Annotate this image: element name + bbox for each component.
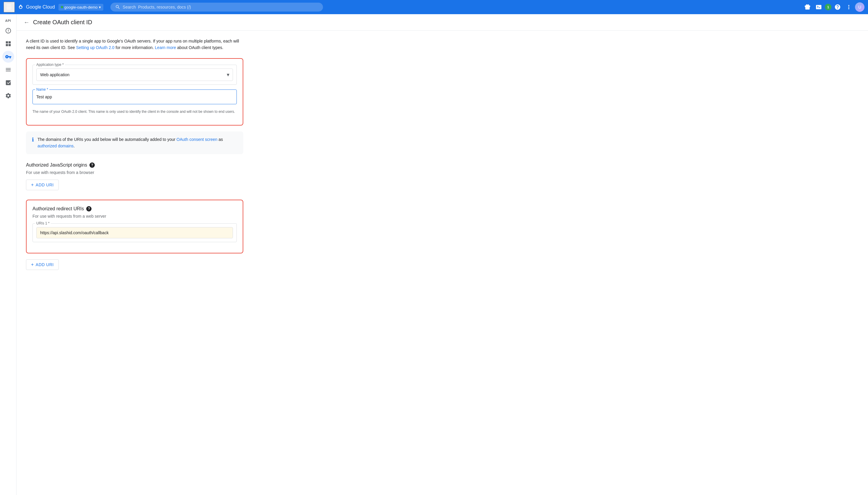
uri-input-group: URIs 1 *: [33, 223, 237, 242]
form-card: Application type * Web application Andro…: [26, 58, 243, 125]
js-origins-help-icon[interactable]: ?: [89, 163, 95, 168]
add-uri-plus-icon-redirect: +: [31, 262, 34, 267]
name-label: Name *: [35, 87, 49, 91]
dashboard-icon: [5, 40, 12, 47]
logo-text: Google Cloud: [26, 4, 55, 10]
description-mid: for more information.: [115, 45, 155, 50]
js-origins-title: Authorized JavaScript origins ?: [26, 163, 243, 168]
top-nav-actions: 1 U: [802, 2, 865, 12]
hub-icon: [5, 28, 12, 34]
task-icon: [5, 80, 12, 86]
search-input[interactable]: [123, 5, 318, 10]
page-header: ← Create OAuth client ID: [17, 14, 868, 31]
app-type-label: Application type *: [35, 63, 65, 67]
more-options-button[interactable]: [844, 2, 854, 12]
project-selector[interactable]: google-oauth-demo ▾: [58, 4, 103, 11]
redirect-uris-help-icon[interactable]: ?: [86, 206, 91, 211]
uri-fieldset: URIs 1 *: [33, 223, 237, 242]
main-content: ← Create OAuth client ID A client ID is …: [17, 14, 868, 495]
sidebar-item-endpoints[interactable]: [2, 64, 14, 75]
sidebar: API: [0, 14, 17, 495]
uri-label: URIs 1 *: [35, 221, 51, 225]
top-navigation: ☰ Google Cloud google-oauth-demo ▾ 1: [0, 0, 868, 14]
project-name: google-oauth-demo: [64, 5, 98, 10]
avatar-image: U: [855, 2, 865, 12]
name-input[interactable]: [36, 93, 233, 100]
gift-icon: [804, 4, 811, 10]
oauth-consent-screen-link[interactable]: OAuth consent screen: [176, 137, 218, 142]
project-status-dot: [61, 6, 63, 8]
name-fieldset: Name *: [33, 89, 237, 104]
add-uri-label-redirect: ADD URI: [36, 262, 54, 267]
back-button[interactable]: ←: [23, 19, 30, 26]
sidebar-item-credentials[interactable]: [2, 51, 14, 63]
redirect-uris-title: Authorized redirect URIs ?: [33, 206, 237, 211]
sidebar-item-tasks[interactable]: [2, 77, 14, 89]
help-icon: [834, 4, 841, 10]
description-text: A client ID is used to identify a single…: [26, 38, 243, 51]
redirect-uris-add-uri-button[interactable]: + ADD URI: [26, 259, 59, 270]
description-end: about OAuth client types.: [176, 45, 223, 50]
menu-button[interactable]: ☰: [3, 2, 15, 12]
learn-more-link[interactable]: Learn more: [155, 45, 176, 50]
settings-icon: [5, 92, 12, 99]
notification-badge[interactable]: 1: [825, 4, 831, 10]
terminal-icon-button[interactable]: [814, 2, 824, 12]
application-type-fieldset: Application type * Web application Andro…: [33, 65, 237, 85]
info-text-mid: as: [217, 137, 223, 142]
js-origins-subtitle: For use with requests from a browser: [26, 170, 243, 175]
info-text-end: .: [73, 143, 75, 148]
google-cloud-logo[interactable]: Google Cloud: [17, 3, 55, 11]
page-title: Create OAuth client ID: [33, 19, 92, 26]
search-icon: [115, 4, 120, 10]
redirect-uris-subtitle: For use with requests from a web server: [33, 214, 237, 219]
authorized-domains-link[interactable]: authorized domains: [37, 143, 73, 148]
add-uri-plus-icon-js: +: [31, 182, 34, 188]
endpoints-icon: [5, 66, 12, 73]
info-text-before: The domains of the URIs you add below wi…: [37, 137, 176, 142]
redirect-uris-section: Authorized redirect URIs ? For use with …: [26, 200, 243, 253]
app-layout: API: [0, 14, 868, 495]
setting-up-oauth-link[interactable]: Setting up OAuth 2.0: [76, 45, 115, 50]
help-icon-button[interactable]: [833, 2, 843, 12]
js-origins-title-text: Authorized JavaScript origins: [26, 163, 87, 168]
info-circle-icon: ℹ: [32, 136, 34, 143]
info-box: ℹ The domains of the URIs you add below …: [26, 132, 243, 154]
content-area: A client ID is used to identify a single…: [17, 31, 253, 277]
sidebar-item-settings[interactable]: [2, 90, 14, 102]
redirect-uri-input[interactable]: [36, 227, 233, 238]
user-avatar[interactable]: U: [855, 2, 865, 12]
key-icon: [5, 53, 12, 60]
more-vert-icon: [846, 4, 852, 10]
gift-icon-button[interactable]: [802, 2, 813, 12]
sidebar-item-dashboard[interactable]: [2, 38, 14, 50]
google-cloud-logo-icon: [17, 3, 24, 11]
sidebar-api-label: API: [5, 17, 11, 23]
name-group: Name * The name of your OAuth 2.0 client…: [33, 89, 237, 114]
js-origins-section: Authorized JavaScript origins ? For use …: [26, 163, 243, 190]
sidebar-item-hub[interactable]: [2, 25, 14, 37]
js-origins-add-uri-button[interactable]: + ADD URI: [26, 180, 59, 190]
application-type-select[interactable]: Web application Android iOS Desktop app …: [36, 69, 233, 81]
application-type-group: Application type * Web application Andro…: [33, 65, 237, 85]
info-box-text: The domains of the URIs you add below wi…: [37, 136, 237, 150]
name-hint: The name of your OAuth 2.0 client. This …: [33, 109, 237, 114]
redirect-uris-title-text: Authorized redirect URIs: [33, 206, 84, 211]
app-type-select-wrapper: Web application Android iOS Desktop app …: [36, 69, 233, 81]
search-bar[interactable]: [110, 3, 323, 12]
project-selector-chevron: ▾: [99, 5, 101, 10]
add-uri-label-js: ADD URI: [36, 183, 54, 187]
terminal-icon: [815, 4, 822, 10]
